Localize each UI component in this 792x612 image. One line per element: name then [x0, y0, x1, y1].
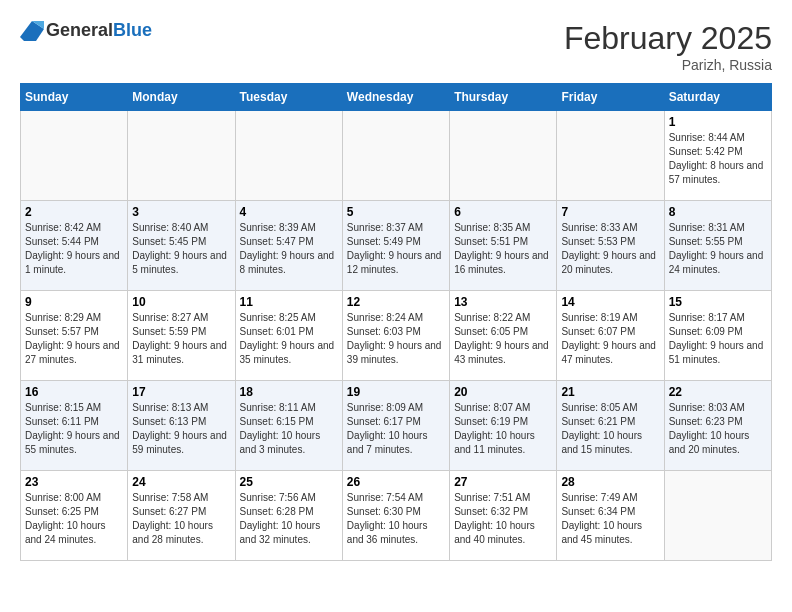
day-number: 28 — [561, 475, 659, 489]
logo-blue: Blue — [113, 20, 152, 40]
day-number: 11 — [240, 295, 338, 309]
calendar-week-row: 23Sunrise: 8:00 AM Sunset: 6:25 PM Dayli… — [21, 471, 772, 561]
calendar-day-cell: 28Sunrise: 7:49 AM Sunset: 6:34 PM Dayli… — [557, 471, 664, 561]
day-number: 18 — [240, 385, 338, 399]
day-number: 8 — [669, 205, 767, 219]
day-info: Sunrise: 8:07 AM Sunset: 6:19 PM Dayligh… — [454, 401, 552, 457]
calendar-day-cell: 27Sunrise: 7:51 AM Sunset: 6:32 PM Dayli… — [450, 471, 557, 561]
day-number: 21 — [561, 385, 659, 399]
calendar-day-cell: 21Sunrise: 8:05 AM Sunset: 6:21 PM Dayli… — [557, 381, 664, 471]
day-number: 6 — [454, 205, 552, 219]
calendar-day-cell: 23Sunrise: 8:00 AM Sunset: 6:25 PM Dayli… — [21, 471, 128, 561]
calendar-day-cell — [557, 111, 664, 201]
location-subtitle: Parizh, Russia — [564, 57, 772, 73]
day-number: 15 — [669, 295, 767, 309]
calendar-day-cell: 26Sunrise: 7:54 AM Sunset: 6:30 PM Dayli… — [342, 471, 449, 561]
day-info: Sunrise: 8:29 AM Sunset: 5:57 PM Dayligh… — [25, 311, 123, 367]
calendar-day-cell: 4Sunrise: 8:39 AM Sunset: 5:47 PM Daylig… — [235, 201, 342, 291]
day-info: Sunrise: 8:03 AM Sunset: 6:23 PM Dayligh… — [669, 401, 767, 457]
calendar-day-cell: 13Sunrise: 8:22 AM Sunset: 6:05 PM Dayli… — [450, 291, 557, 381]
day-number: 4 — [240, 205, 338, 219]
calendar-day-cell: 9Sunrise: 8:29 AM Sunset: 5:57 PM Daylig… — [21, 291, 128, 381]
calendar-day-cell: 17Sunrise: 8:13 AM Sunset: 6:13 PM Dayli… — [128, 381, 235, 471]
calendar-day-cell: 25Sunrise: 7:56 AM Sunset: 6:28 PM Dayli… — [235, 471, 342, 561]
day-number: 24 — [132, 475, 230, 489]
day-info: Sunrise: 8:44 AM Sunset: 5:42 PM Dayligh… — [669, 131, 767, 187]
day-info: Sunrise: 8:15 AM Sunset: 6:11 PM Dayligh… — [25, 401, 123, 457]
day-info: Sunrise: 7:58 AM Sunset: 6:27 PM Dayligh… — [132, 491, 230, 547]
day-info: Sunrise: 8:42 AM Sunset: 5:44 PM Dayligh… — [25, 221, 123, 277]
day-number: 7 — [561, 205, 659, 219]
calendar-table: Sunday Monday Tuesday Wednesday Thursday… — [20, 83, 772, 561]
calendar-day-cell — [342, 111, 449, 201]
col-tuesday: Tuesday — [235, 84, 342, 111]
calendar-day-cell: 20Sunrise: 8:07 AM Sunset: 6:19 PM Dayli… — [450, 381, 557, 471]
calendar-header-row: Sunday Monday Tuesday Wednesday Thursday… — [21, 84, 772, 111]
day-info: Sunrise: 8:39 AM Sunset: 5:47 PM Dayligh… — [240, 221, 338, 277]
title-block: February 2025 Parizh, Russia — [564, 20, 772, 73]
day-info: Sunrise: 8:11 AM Sunset: 6:15 PM Dayligh… — [240, 401, 338, 457]
calendar-day-cell: 12Sunrise: 8:24 AM Sunset: 6:03 PM Dayli… — [342, 291, 449, 381]
day-info: Sunrise: 8:13 AM Sunset: 6:13 PM Dayligh… — [132, 401, 230, 457]
col-monday: Monday — [128, 84, 235, 111]
day-number: 1 — [669, 115, 767, 129]
calendar-day-cell: 5Sunrise: 8:37 AM Sunset: 5:49 PM Daylig… — [342, 201, 449, 291]
day-number: 12 — [347, 295, 445, 309]
day-number: 16 — [25, 385, 123, 399]
day-number: 20 — [454, 385, 552, 399]
day-number: 19 — [347, 385, 445, 399]
calendar-day-cell: 6Sunrise: 8:35 AM Sunset: 5:51 PM Daylig… — [450, 201, 557, 291]
calendar-day-cell — [664, 471, 771, 561]
day-number: 3 — [132, 205, 230, 219]
day-info: Sunrise: 8:31 AM Sunset: 5:55 PM Dayligh… — [669, 221, 767, 277]
calendar-day-cell: 3Sunrise: 8:40 AM Sunset: 5:45 PM Daylig… — [128, 201, 235, 291]
month-year-title: February 2025 — [564, 20, 772, 57]
col-wednesday: Wednesday — [342, 84, 449, 111]
day-info: Sunrise: 8:00 AM Sunset: 6:25 PM Dayligh… — [25, 491, 123, 547]
day-info: Sunrise: 8:24 AM Sunset: 6:03 PM Dayligh… — [347, 311, 445, 367]
logo-general: General — [46, 20, 113, 40]
calendar-day-cell: 14Sunrise: 8:19 AM Sunset: 6:07 PM Dayli… — [557, 291, 664, 381]
day-info: Sunrise: 8:17 AM Sunset: 6:09 PM Dayligh… — [669, 311, 767, 367]
day-info: Sunrise: 8:37 AM Sunset: 5:49 PM Dayligh… — [347, 221, 445, 277]
day-info: Sunrise: 8:25 AM Sunset: 6:01 PM Dayligh… — [240, 311, 338, 367]
logo-icon — [20, 21, 44, 41]
day-info: Sunrise: 8:27 AM Sunset: 5:59 PM Dayligh… — [132, 311, 230, 367]
day-number: 5 — [347, 205, 445, 219]
calendar-day-cell: 18Sunrise: 8:11 AM Sunset: 6:15 PM Dayli… — [235, 381, 342, 471]
day-info: Sunrise: 8:09 AM Sunset: 6:17 PM Dayligh… — [347, 401, 445, 457]
day-number: 27 — [454, 475, 552, 489]
calendar-day-cell — [21, 111, 128, 201]
day-info: Sunrise: 8:05 AM Sunset: 6:21 PM Dayligh… — [561, 401, 659, 457]
calendar-day-cell — [450, 111, 557, 201]
calendar-week-row: 9Sunrise: 8:29 AM Sunset: 5:57 PM Daylig… — [21, 291, 772, 381]
calendar-week-row: 16Sunrise: 8:15 AM Sunset: 6:11 PM Dayli… — [21, 381, 772, 471]
day-number: 22 — [669, 385, 767, 399]
calendar-day-cell: 22Sunrise: 8:03 AM Sunset: 6:23 PM Dayli… — [664, 381, 771, 471]
calendar-day-cell: 2Sunrise: 8:42 AM Sunset: 5:44 PM Daylig… — [21, 201, 128, 291]
day-number: 14 — [561, 295, 659, 309]
day-info: Sunrise: 8:35 AM Sunset: 5:51 PM Dayligh… — [454, 221, 552, 277]
day-info: Sunrise: 7:51 AM Sunset: 6:32 PM Dayligh… — [454, 491, 552, 547]
day-number: 26 — [347, 475, 445, 489]
calendar-week-row: 2Sunrise: 8:42 AM Sunset: 5:44 PM Daylig… — [21, 201, 772, 291]
calendar-day-cell: 16Sunrise: 8:15 AM Sunset: 6:11 PM Dayli… — [21, 381, 128, 471]
calendar-day-cell: 10Sunrise: 8:27 AM Sunset: 5:59 PM Dayli… — [128, 291, 235, 381]
calendar-day-cell — [128, 111, 235, 201]
calendar-day-cell: 11Sunrise: 8:25 AM Sunset: 6:01 PM Dayli… — [235, 291, 342, 381]
logo: GeneralBlue — [20, 20, 152, 41]
day-number: 25 — [240, 475, 338, 489]
day-info: Sunrise: 7:49 AM Sunset: 6:34 PM Dayligh… — [561, 491, 659, 547]
day-info: Sunrise: 8:22 AM Sunset: 6:05 PM Dayligh… — [454, 311, 552, 367]
calendar-day-cell: 1Sunrise: 8:44 AM Sunset: 5:42 PM Daylig… — [664, 111, 771, 201]
day-number: 23 — [25, 475, 123, 489]
day-info: Sunrise: 7:54 AM Sunset: 6:30 PM Dayligh… — [347, 491, 445, 547]
day-info: Sunrise: 8:33 AM Sunset: 5:53 PM Dayligh… — [561, 221, 659, 277]
day-number: 9 — [25, 295, 123, 309]
col-saturday: Saturday — [664, 84, 771, 111]
day-number: 10 — [132, 295, 230, 309]
day-info: Sunrise: 8:40 AM Sunset: 5:45 PM Dayligh… — [132, 221, 230, 277]
day-number: 2 — [25, 205, 123, 219]
col-sunday: Sunday — [21, 84, 128, 111]
calendar-day-cell: 19Sunrise: 8:09 AM Sunset: 6:17 PM Dayli… — [342, 381, 449, 471]
